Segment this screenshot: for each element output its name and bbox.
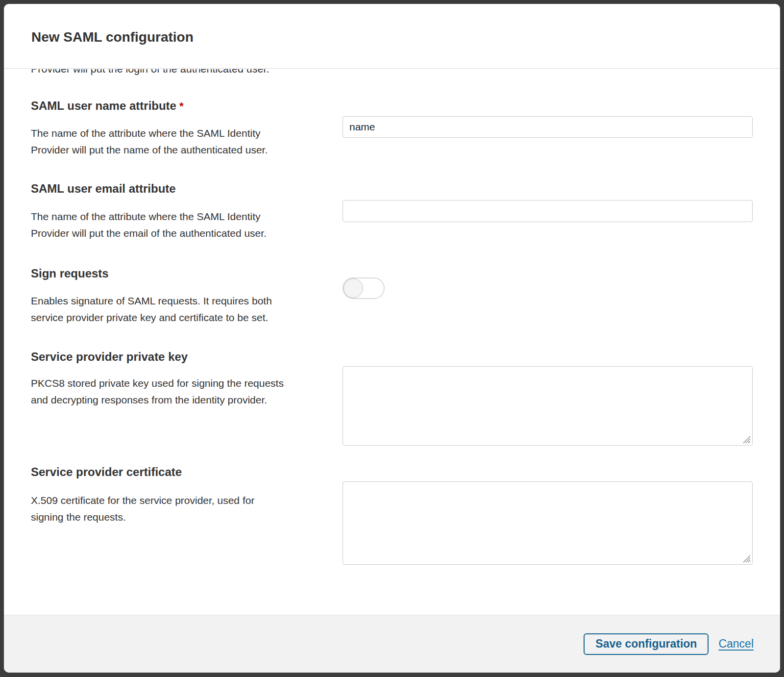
field-description: The name of the attribute where the SAML…	[31, 208, 315, 242]
required-asterisk: *	[179, 100, 184, 112]
saml-user-name-attribute-input[interactable]	[343, 116, 753, 138]
save-configuration-button[interactable]: Save configuration	[584, 633, 709, 655]
clipped-scrolled-text: Provider will put the login of the authe…	[31, 69, 570, 76]
field-label-service-provider-certificate: Service provider certificate	[31, 465, 182, 479]
service-provider-private-key-textarea[interactable]	[343, 366, 753, 446]
field-label-saml-user-email-attribute: SAML user email attribute	[31, 182, 176, 196]
sign-requests-toggle[interactable]	[343, 277, 385, 299]
toggle-knob	[343, 278, 363, 298]
field-description: PKCS8 stored private key used for signin…	[31, 375, 315, 408]
service-provider-certificate-field	[343, 481, 753, 565]
field-label-saml-user-name-attribute: SAML user name attribute*	[31, 99, 184, 113]
field-label-service-provider-private-key: Service provider private key	[31, 350, 188, 364]
service-provider-certificate-textarea[interactable]	[343, 481, 753, 565]
service-provider-private-key-field	[343, 366, 753, 446]
field-description: The name of the attribute where the SAML…	[31, 125, 315, 158]
field-description: Enables signature of SAML requests. It r…	[31, 293, 315, 326]
field-description: X.509 certificate for the service provid…	[31, 492, 315, 526]
saml-user-email-attribute-input[interactable]	[343, 200, 753, 222]
field-label-sign-requests: Sign requests	[31, 267, 109, 280]
cancel-link[interactable]: Cancel	[718, 637, 754, 651]
new-saml-configuration-dialog: New SAML configuration Provider will put…	[4, 4, 780, 673]
header-divider	[4, 68, 780, 69]
dialog-title: New SAML configuration	[31, 29, 194, 45]
dialog-footer: Save configuration Cancel	[4, 615, 780, 673]
